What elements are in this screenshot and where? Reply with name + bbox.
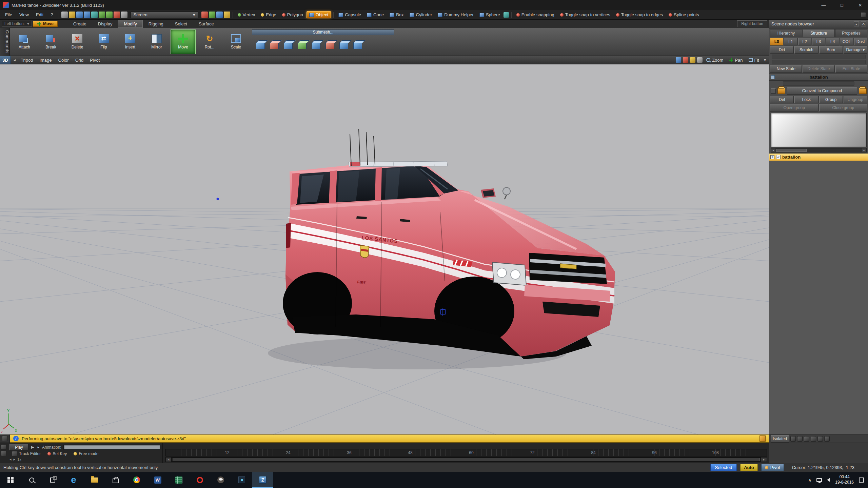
right-button-selector[interactable]: Right button	[737, 20, 767, 27]
hide-all-icon[interactable]	[797, 436, 803, 442]
menu-help[interactable]: ?	[47, 11, 56, 18]
autosave-message-bar[interactable]: i Performing autosave to "c:\users\pim v…	[10, 434, 769, 443]
left-button-tool[interactable]: Move	[33, 21, 58, 27]
search-button[interactable]	[21, 472, 42, 488]
submesh-tool-5-icon[interactable]	[312, 42, 320, 49]
task-view-button[interactable]	[42, 472, 63, 488]
mode-polygon[interactable]: Polygon	[280, 12, 305, 18]
scratch-button[interactable]: Scratch	[794, 46, 818, 54]
collapse-arrow-icon[interactable]: ◂	[13, 58, 17, 62]
lod-l4-button[interactable]: L4	[826, 38, 839, 45]
create-cone[interactable]: Cone	[364, 12, 386, 18]
scrollbar-thumb[interactable]	[776, 149, 807, 152]
create-dummy-helper[interactable]: Dummy Helper	[435, 12, 476, 18]
toolbar-overflow-icon[interactable]	[861, 12, 866, 18]
scroll-right-icon[interactable]: ▸	[761, 458, 767, 462]
word-app[interactable]: W	[147, 472, 168, 488]
open-file-icon[interactable]	[69, 12, 75, 18]
lod-l3-button[interactable]: L3	[812, 38, 825, 45]
scrollbar-thumb[interactable]	[173, 458, 760, 461]
close-button[interactable]: ✕	[852, 0, 868, 10]
snap-to-vertices-toggle[interactable]: Toggle snap to vertices	[558, 12, 613, 18]
new-state-button[interactable]: New State	[770, 65, 802, 73]
ungroup-button[interactable]: Ungroup	[844, 96, 867, 103]
fit-control[interactable]: Fit	[747, 58, 761, 63]
expand-icon[interactable]: +	[770, 155, 774, 159]
del-button[interactable]: Del	[770, 96, 794, 103]
delete-icon[interactable]	[114, 12, 120, 18]
menu-file[interactable]: File	[2, 11, 15, 18]
damage-button[interactable]: Damage ▾	[844, 46, 867, 54]
tab-create[interactable]: Create	[67, 20, 92, 28]
burn-button[interactable]: Burn	[819, 46, 843, 54]
enable-snapping-toggle[interactable]: Enable snapping	[514, 12, 557, 18]
taskbar-clock[interactable]: 00:44 19-8-2016	[835, 474, 854, 485]
tab-modify[interactable]: Modify	[118, 20, 142, 28]
play-button[interactable]: Play	[9, 444, 28, 450]
visibility-checkbox[interactable]: ✓	[776, 155, 781, 159]
list-options-icon[interactable]	[824, 436, 830, 442]
scene-node-list[interactable]: + ✓ battalion	[769, 153, 868, 434]
menu-view[interactable]: View	[16, 11, 32, 18]
screen-mode-select[interactable]: Screen ▾	[131, 12, 198, 18]
submesh-group-header[interactable]: Submesh...	[252, 29, 394, 35]
opera-app[interactable]	[189, 472, 210, 488]
animation-name-input[interactable]	[63, 445, 160, 450]
create-capsule[interactable]: Capsule	[336, 12, 363, 18]
selected-badge[interactable]: Selected	[710, 464, 737, 471]
material-preview[interactable]	[771, 113, 867, 147]
geometry-toggle-icon[interactable]	[771, 88, 776, 94]
panel-toggle-icon[interactable]	[0, 434, 10, 443]
redo-icon[interactable]	[106, 12, 113, 18]
eye-icon[interactable]	[504, 12, 509, 18]
create-cylinder[interactable]: Cylinder	[407, 12, 435, 18]
message-action-icon[interactable]	[760, 435, 766, 442]
z-axis-icon[interactable]	[216, 12, 223, 18]
create-box[interactable]: Box	[387, 12, 406, 18]
set-key-button[interactable]: Set Key	[45, 451, 69, 456]
timeline-ruler[interactable]: 12 24 36 48 60 72 84 96 108	[165, 449, 767, 456]
snap-to-edges-toggle[interactable]: Toggle snap to edges	[614, 12, 666, 18]
free-mode-button[interactable]: Free mode	[71, 451, 101, 456]
mirror-tool[interactable]: Mirror	[144, 29, 169, 54]
mode-edge[interactable]: Edge	[258, 12, 278, 18]
viewport-menu-tripod[interactable]: Tripod	[18, 57, 35, 63]
preview-scrollbar[interactable]: ◂ ▸	[771, 148, 867, 152]
viewport-3d[interactable]: LOS SANTOS FIRE	[0, 64, 769, 434]
close-group-button[interactable]: Close group	[819, 104, 868, 111]
collapse-all-icon[interactable]	[811, 436, 816, 442]
network-icon[interactable]	[816, 478, 822, 482]
menu-edit[interactable]: Edit	[33, 11, 46, 18]
x-axis-icon[interactable]	[201, 12, 208, 18]
export-icon[interactable]	[91, 12, 98, 18]
start-button[interactable]	[0, 472, 21, 488]
mode-object[interactable]: Object	[307, 11, 331, 18]
node-collapse-icon[interactable]	[771, 75, 775, 79]
new-file-icon[interactable]	[61, 12, 68, 18]
commands-panel-tab[interactable]: Commands	[0, 28, 10, 56]
tray-expand-icon[interactable]: ∧	[808, 477, 812, 483]
timeline-scrollbar[interactable]: ◂ ▸	[165, 457, 767, 462]
filter-icon[interactable]	[1, 451, 6, 456]
pan-control[interactable]: Pan	[727, 58, 745, 63]
dirt-button[interactable]: Dirt	[770, 46, 794, 54]
undo-icon[interactable]	[99, 12, 105, 18]
background-icon[interactable]	[697, 57, 703, 63]
viewport-options-icon[interactable]: ▾	[763, 58, 767, 62]
viewport-menu-image[interactable]: Image	[37, 57, 54, 63]
file-explorer-app[interactable]	[84, 472, 105, 488]
expand-all-icon[interactable]	[804, 436, 809, 442]
frame-forward-icon[interactable]: ▸	[14, 457, 16, 462]
lod-l2-button[interactable]: L2	[798, 38, 811, 45]
delete-tool[interactable]: Delete	[65, 29, 90, 54]
edge-app[interactable]: e	[63, 472, 84, 488]
tab-surface[interactable]: Surface	[193, 20, 220, 28]
lod-l0-button[interactable]: L0	[770, 38, 783, 45]
insert-tool[interactable]: Insert	[118, 29, 143, 54]
submesh-tool-7-icon[interactable]	[339, 42, 348, 49]
vertex-marker[interactable]	[217, 198, 219, 200]
scroll-left-icon[interactable]: ◂	[166, 458, 171, 462]
chrome-app[interactable]	[126, 472, 147, 488]
tab-hierarchy[interactable]: Hierarchy	[770, 29, 802, 37]
minimize-button[interactable]: —	[816, 0, 831, 10]
